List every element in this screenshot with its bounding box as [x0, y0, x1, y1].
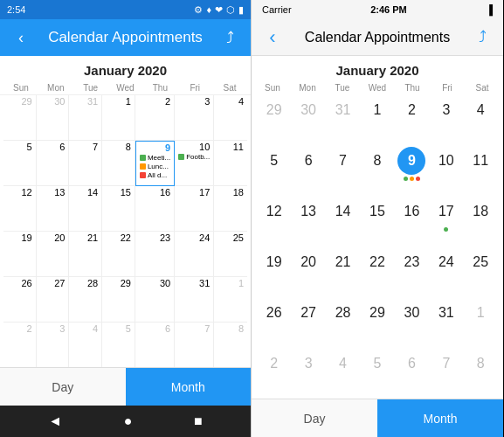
android-cell-2[interactable]: 31 — [69, 95, 102, 141]
android-cell-35[interactable]: 2 — [3, 323, 37, 367]
ios-cell-23[interactable]: 21 — [326, 246, 360, 297]
android-cell-4[interactable]: 2 — [135, 95, 175, 141]
android-cell-3[interactable]: 1 — [102, 95, 135, 141]
android-back-icon[interactable]: ‹ — [9, 29, 33, 47]
ios-cell-35[interactable]: 2 — [257, 348, 291, 399]
ios-cell-27[interactable]: 25 — [464, 246, 498, 297]
android-cell-24[interactable]: 22 — [102, 232, 135, 277]
android-cell-22[interactable]: 20 — [37, 232, 70, 277]
ios-cell-6[interactable]: 4 — [464, 94, 498, 145]
ios-cell-17[interactable]: 15 — [360, 196, 394, 246]
android-cell-20[interactable]: 18 — [214, 186, 247, 232]
android-cell-30[interactable]: 28 — [69, 277, 102, 323]
ios-day-wed: Wed — [360, 81, 395, 94]
android-cell-15[interactable]: 13 — [37, 186, 70, 232]
ios-cell-1[interactable]: 30 — [291, 94, 325, 145]
android-cell-6[interactable]: 4 — [214, 95, 247, 141]
android-cell-37[interactable]: 4 — [69, 323, 102, 367]
android-cell-16[interactable]: 14 — [69, 186, 102, 232]
android-cell-9[interactable]: 7 — [69, 141, 102, 186]
android-cell-23[interactable]: 21 — [69, 232, 102, 277]
android-cell-18[interactable]: 16 — [135, 186, 175, 232]
ios-cell-28[interactable]: 26 — [257, 297, 291, 348]
ios-cell-18[interactable]: 16 — [395, 196, 429, 246]
android-tab-day[interactable]: Day — [0, 368, 126, 406]
android-cell-10[interactable]: 8 — [102, 141, 135, 186]
android-cell-11[interactable]: 9Meeti...Lunc...All d... — [135, 141, 175, 186]
android-cell-41[interactable]: 8 — [214, 323, 247, 367]
ios-cell-5[interactable]: 3 — [429, 94, 463, 145]
android-recents-btn[interactable]: ■ — [194, 413, 203, 429]
android-cell-0[interactable]: 29 — [3, 95, 37, 141]
android-cell-14[interactable]: 12 — [3, 186, 37, 232]
android-cell-25[interactable]: 23 — [135, 232, 175, 277]
android-cell-12[interactable]: 10Footb... — [175, 141, 214, 186]
ios-cell-7[interactable]: 5 — [257, 145, 291, 196]
ios-cell-13[interactable]: 11 — [464, 145, 498, 196]
ios-cell-2[interactable]: 31 — [326, 94, 360, 145]
android-cell-8[interactable]: 6 — [37, 141, 70, 186]
ios-cell-25[interactable]: 23 — [395, 246, 429, 297]
ios-cell-11[interactable]: 9 — [395, 145, 429, 196]
ios-cell-34[interactable]: 1 — [464, 297, 498, 348]
ios-cell-9[interactable]: 7 — [326, 145, 360, 196]
android-cell-19[interactable]: 17 — [175, 186, 214, 232]
android-cell-5[interactable]: 3 — [175, 95, 214, 141]
android-cell-21[interactable]: 19 — [3, 232, 37, 277]
android-cell-1[interactable]: 30 — [37, 95, 70, 141]
android-cell-31[interactable]: 29 — [102, 277, 135, 323]
android-cell-33[interactable]: 31 — [175, 277, 214, 323]
ios-tab-month[interactable]: Month — [377, 399, 503, 437]
ios-cell-12[interactable]: 10 — [429, 145, 463, 196]
ios-cell-0[interactable]: 29 — [257, 94, 291, 145]
ios-cell-37[interactable]: 4 — [326, 348, 360, 399]
android-share-icon[interactable]: ⤴ — [217, 29, 242, 47]
ios-cell-10[interactable]: 8 — [360, 145, 394, 196]
ios-tab-day[interactable]: Day — [252, 399, 377, 437]
ios-cell-32[interactable]: 30 — [395, 297, 429, 348]
android-day-mon: Mon — [38, 81, 73, 94]
ios-back-icon[interactable]: ‹ — [260, 26, 285, 49]
ios-cell-41[interactable]: 8 — [464, 348, 498, 399]
ios-cell-15[interactable]: 13 — [291, 196, 325, 246]
ios-cell-20[interactable]: 18 — [464, 196, 498, 246]
ios-status-bar: Carrier 2:46 PM ▐ — [252, 0, 503, 19]
ios-cell-33[interactable]: 31 — [429, 297, 463, 348]
ios-cell-26[interactable]: 24 — [429, 246, 463, 297]
ios-cell-39[interactable]: 6 — [395, 348, 429, 399]
android-back-btn[interactable]: ◄ — [48, 413, 62, 429]
android-home-btn[interactable]: ● — [124, 413, 133, 429]
ios-cell-40[interactable]: 7 — [429, 348, 463, 399]
ios-share-icon[interactable]: ⤴ — [470, 28, 494, 46]
android-cell-29[interactable]: 27 — [37, 277, 70, 323]
ios-cell-8[interactable]: 6 — [291, 145, 325, 196]
android-cell-40[interactable]: 7 — [175, 323, 214, 367]
android-cell-7[interactable]: 5 — [3, 141, 37, 186]
ios-cell-36[interactable]: 3 — [291, 348, 325, 399]
android-cell-27[interactable]: 25 — [214, 232, 247, 277]
ios-cell-16[interactable]: 14 — [326, 196, 360, 246]
android-cell-26[interactable]: 24 — [175, 232, 214, 277]
android-cell-13[interactable]: 11 — [214, 141, 247, 186]
ios-cell-21[interactable]: 19 — [257, 246, 291, 297]
android-cell-32[interactable]: 30 — [135, 277, 175, 323]
android-cell-36[interactable]: 3 — [37, 323, 70, 367]
ios-cell-19[interactable]: 17 — [429, 196, 463, 246]
ios-cell-22[interactable]: 20 — [291, 246, 325, 297]
ios-cell-4[interactable]: 2 — [395, 94, 429, 145]
ios-cell-3[interactable]: 1 — [360, 94, 394, 145]
android-cell-28[interactable]: 26 — [3, 277, 37, 323]
ios-dots — [444, 227, 448, 232]
ios-cell-31[interactable]: 29 — [360, 297, 394, 348]
ios-cell-30[interactable]: 28 — [326, 297, 360, 348]
android-phone: 2:54 ⚙ ♦ ❤ ⬡ ▮ ‹ Calendar Appointments ⤴… — [0, 0, 252, 437]
ios-cell-24[interactable]: 22 — [360, 246, 394, 297]
android-cell-38[interactable]: 5 — [102, 323, 135, 367]
ios-cell-38[interactable]: 5 — [360, 348, 394, 399]
ios-cell-14[interactable]: 12 — [257, 196, 291, 246]
android-cell-39[interactable]: 6 — [135, 323, 175, 367]
android-cell-17[interactable]: 15 — [102, 186, 135, 232]
android-tab-month[interactable]: Month — [126, 368, 252, 406]
ios-cell-29[interactable]: 27 — [291, 297, 325, 348]
android-cell-34[interactable]: 1 — [214, 277, 247, 323]
